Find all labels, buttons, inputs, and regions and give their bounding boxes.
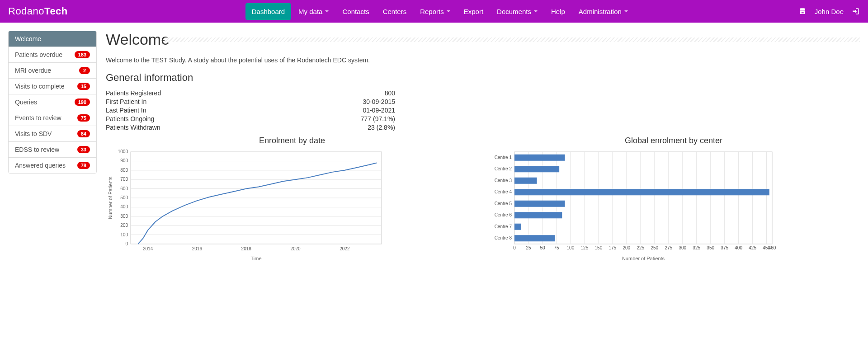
svg-rect-78	[514, 189, 769, 196]
sidebar-item-visits-to-sdv[interactable]: Visits to SDV84	[9, 126, 96, 142]
sidebar-item-label: MRI overdue	[15, 67, 51, 74]
general-info-heading: General information	[106, 72, 860, 84]
info-label: Patients Ongoing	[106, 115, 154, 123]
svg-text:Centre 5: Centre 5	[495, 201, 512, 206]
svg-text:200: 200	[623, 245, 630, 250]
svg-text:100: 100	[120, 232, 128, 237]
sidebar-item-badge: 183	[75, 51, 90, 58]
svg-text:2018: 2018	[241, 246, 252, 251]
chart2-svg: 0255075100125150175200225250275300325350…	[487, 149, 777, 262]
sidebar-item-edss-to-review[interactable]: EDSS to review33	[9, 142, 96, 158]
nav-item-contacts[interactable]: Contacts	[336, 1, 375, 22]
nav-item-label: Help	[551, 8, 565, 15]
sidebar-item-patients-overdue[interactable]: Patients overdue183	[9, 47, 96, 63]
nav-item-label: Administration	[579, 8, 622, 15]
sidebar-item-events-to-review[interactable]: Events to review75	[9, 110, 96, 126]
brand-part2: Tech	[44, 5, 68, 17]
sidebar: WelcomePatients overdue183MRI overdue2Vi…	[8, 31, 97, 262]
nav-item-documents[interactable]: Documents	[491, 1, 544, 22]
svg-text:300: 300	[679, 245, 686, 250]
sidebar-item-label: Events to review	[15, 114, 61, 122]
nav-item-my-data[interactable]: My data	[292, 1, 335, 22]
chart-enrolment-by-date: Enrolment by date 0100200300400500600700…	[106, 136, 478, 262]
nav-item-export[interactable]: Export	[458, 1, 490, 22]
brand-part1: Rodano	[8, 5, 44, 17]
svg-rect-76	[514, 178, 537, 184]
svg-rect-30	[514, 152, 772, 244]
svg-rect-84	[514, 224, 521, 230]
sidebar-item-badge: 15	[77, 83, 90, 90]
svg-text:Centre 1: Centre 1	[495, 155, 512, 160]
sidebar-item-label: EDSS to review	[15, 146, 59, 153]
svg-text:50: 50	[540, 245, 545, 250]
svg-text:Centre 4: Centre 4	[495, 190, 512, 195]
svg-text:425: 425	[749, 245, 756, 250]
sidebar-item-queries[interactable]: Queries190	[9, 94, 96, 110]
navbar: RodanoTech DashboardMy dataContactsCente…	[0, 0, 868, 23]
svg-text:900: 900	[120, 159, 128, 164]
svg-text:2022: 2022	[340, 246, 350, 251]
nav-item-dashboard[interactable]: Dashboard	[245, 3, 291, 20]
user-name[interactable]: John Doe	[815, 8, 844, 15]
info-value: 800	[385, 89, 395, 98]
nav-right: John Doe	[798, 7, 860, 15]
brand-logo[interactable]: RodanoTech	[8, 5, 68, 17]
nav-main: DashboardMy dataContactsCentersReportsEx…	[81, 1, 798, 22]
nav-item-centers[interactable]: Centers	[377, 1, 413, 22]
info-label: First Patient In	[106, 98, 146, 106]
sidebar-item-mri-overdue[interactable]: MRI overdue2	[9, 63, 96, 79]
svg-text:375: 375	[721, 245, 728, 250]
nav-item-reports[interactable]: Reports	[414, 1, 457, 22]
svg-text:400: 400	[735, 245, 742, 250]
sidebar-item-label: Answered queries	[15, 162, 66, 169]
svg-text:2014: 2014	[143, 246, 153, 251]
svg-text:Number of Patients: Number of Patients	[108, 177, 113, 220]
nav-item-label: Contacts	[342, 8, 369, 15]
info-value: 30-09-2015	[363, 98, 395, 106]
svg-text:800: 800	[120, 168, 128, 173]
sidebar-item-welcome[interactable]: Welcome	[9, 31, 96, 47]
nav-item-help[interactable]: Help	[545, 1, 571, 22]
nav-item-label: My data	[298, 8, 322, 15]
nav-item-administration[interactable]: Administration	[572, 1, 634, 22]
nav-item-label: Reports	[420, 8, 444, 15]
svg-text:0: 0	[125, 241, 128, 246]
svg-text:175: 175	[609, 245, 617, 250]
svg-text:100: 100	[567, 245, 575, 250]
svg-rect-74	[514, 166, 559, 173]
intro-text: Welcome to the TEST Study. A study about…	[106, 56, 860, 64]
info-row: Patients Ongoing777 (97.1%)	[106, 115, 395, 123]
sidebar-item-badge: 75	[77, 114, 90, 122]
sidebar-item-badge: 190	[75, 99, 90, 106]
svg-rect-82	[514, 212, 562, 219]
info-value: 01-09-2021	[363, 106, 395, 115]
info-value: 777 (97.1%)	[361, 115, 395, 123]
nav-item-label: Documents	[497, 8, 531, 15]
svg-text:325: 325	[693, 245, 700, 250]
svg-text:350: 350	[707, 245, 714, 250]
svg-text:600: 600	[120, 186, 128, 191]
svg-text:Centre 2: Centre 2	[495, 167, 512, 172]
svg-text:25: 25	[526, 245, 531, 250]
sidebar-item-label: Welcome	[15, 35, 41, 42]
svg-text:225: 225	[637, 245, 644, 250]
sidebar-item-badge: 78	[77, 162, 90, 169]
sidebar-item-label: Patients overdue	[15, 51, 62, 58]
svg-text:200: 200	[120, 223, 128, 228]
sidebar-item-label: Visits to SDV	[15, 130, 52, 137]
info-row: Last Patient In01-09-2021	[106, 106, 395, 115]
chart1-title: Enrolment by date	[106, 136, 478, 145]
sidebar-item-answered-queries[interactable]: Answered queries78	[9, 158, 96, 173]
svg-text:500: 500	[120, 195, 128, 200]
sidebar-item-label: Visits to complete	[15, 83, 64, 90]
chevron-down-icon	[624, 10, 628, 12]
info-row: First Patient In30-09-2015	[106, 98, 395, 106]
logout-icon[interactable]	[852, 7, 860, 15]
chevron-down-icon	[447, 10, 450, 12]
svg-text:0: 0	[513, 245, 516, 250]
shop-icon[interactable]	[798, 7, 807, 15]
sidebar-item-visits-to-complete[interactable]: Visits to complete15	[9, 79, 96, 94]
main-content: Welcome Welcome to the TEST Study. A stu…	[106, 31, 860, 262]
info-label: Patients Withdrawn	[106, 123, 160, 132]
info-value: 23 (2.8%)	[368, 123, 395, 132]
